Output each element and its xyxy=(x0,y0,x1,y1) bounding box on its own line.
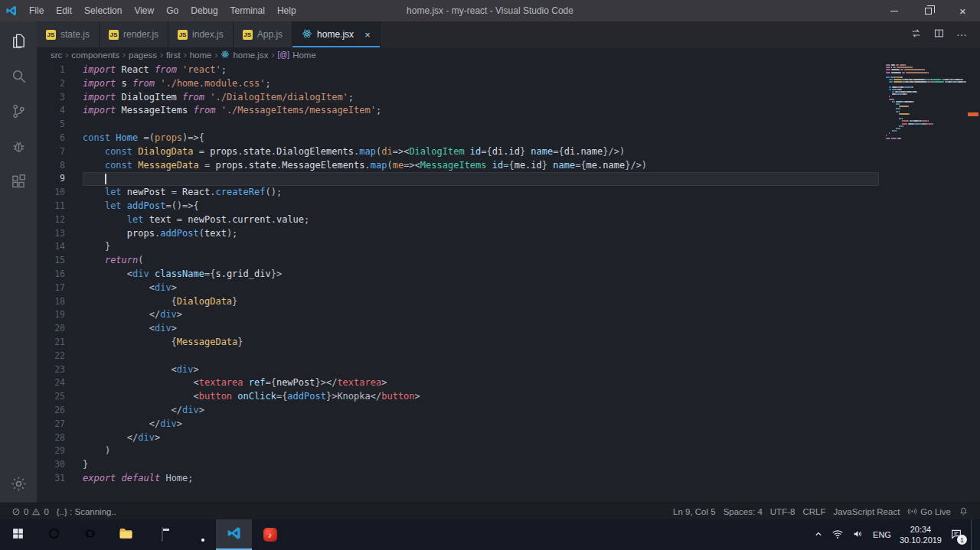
taskbar-file-explorer-button[interactable] xyxy=(108,519,144,550)
code-line[interactable]: 1import React from 'react'; xyxy=(37,63,879,77)
problems-indicator[interactable]: 0 0 xyxy=(8,503,53,520)
code-line[interactable]: 13 props.addPost(text); xyxy=(37,227,879,241)
line-number[interactable]: 31 xyxy=(37,472,65,486)
line-number[interactable]: 7 xyxy=(37,145,65,159)
activitybar-explorer-button[interactable] xyxy=(0,24,37,60)
status-cursor-position[interactable]: Ln 9, Col 5 xyxy=(669,503,720,520)
line-number[interactable]: 13 xyxy=(37,227,65,241)
status-notifications[interactable] xyxy=(955,503,972,520)
split-editor-button[interactable] xyxy=(928,24,949,44)
line-number[interactable]: 2 xyxy=(37,77,65,91)
breadcrumb-item-components[interactable]: components xyxy=(70,50,121,60)
taskbar-media-app-button[interactable]: ♪ xyxy=(252,519,288,550)
code-line[interactable]: 17 <div> xyxy=(37,282,879,295)
menu-terminal[interactable]: Terminal xyxy=(224,0,271,21)
tab-close-icon[interactable]: × xyxy=(364,29,371,41)
menu-file[interactable]: File xyxy=(23,0,50,21)
minimize-button[interactable] xyxy=(877,0,911,21)
line-number[interactable]: 24 xyxy=(37,376,65,390)
activitybar-run-debug-button[interactable] xyxy=(0,130,37,165)
line-number[interactable]: 26 xyxy=(37,404,65,418)
tab-home.jsx[interactable]: home.jsx× xyxy=(292,21,381,47)
menu-help[interactable]: Help xyxy=(271,0,302,21)
breadcrumb-item-home[interactable]: home xyxy=(188,50,214,60)
taskbar-chrome-button[interactable] xyxy=(180,519,216,550)
status-eol[interactable]: CRLF xyxy=(799,503,829,520)
code-line[interactable]: 15 return( xyxy=(37,254,879,268)
taskbar-start-button[interactable] xyxy=(0,519,36,550)
show-desktop-button[interactable] xyxy=(971,519,975,550)
tab-render.js[interactable]: JSrender.js xyxy=(100,21,168,47)
code-line[interactable]: 10 let newPost = React.createRef(); xyxy=(37,186,879,200)
breadcrumb-item-pagess[interactable]: pagess xyxy=(127,50,158,60)
action-center-button[interactable]: 1 xyxy=(950,528,962,542)
minimap[interactable] xyxy=(886,64,967,140)
open-changes-button[interactable] xyxy=(905,24,926,44)
line-number[interactable]: 29 xyxy=(37,444,65,458)
line-number[interactable]: 19 xyxy=(37,308,65,322)
line-number[interactable]: 3 xyxy=(37,91,65,105)
line-number[interactable]: 6 xyxy=(37,132,65,145)
line-number[interactable]: 15 xyxy=(37,254,65,268)
code-line[interactable]: 6const Home =(props)=>{ xyxy=(37,132,879,145)
restore-button[interactable] xyxy=(911,0,946,21)
code-line[interactable]: 9 xyxy=(37,172,879,186)
line-number[interactable]: 21 xyxy=(37,336,65,350)
code-line[interactable]: 8 const MessageData = props.state.Messag… xyxy=(37,159,879,173)
code-line[interactable]: 2import s from './home.module.css'; xyxy=(37,77,879,91)
code-line[interactable]: 20 <div> xyxy=(37,322,879,336)
network-icon[interactable] xyxy=(831,528,844,542)
breadcrumb-item-first[interactable]: first xyxy=(165,50,182,60)
code-line[interactable]: 12 let text = newPost.current.value; xyxy=(37,213,879,227)
menu-view[interactable]: View xyxy=(128,0,160,21)
keyboard-language[interactable]: ENG xyxy=(873,530,891,539)
activitybar-extensions-button[interactable] xyxy=(0,165,37,200)
code-line[interactable]: 25 <button onClick={addPost}>Knopka</but… xyxy=(37,390,879,404)
line-number[interactable]: 28 xyxy=(37,431,65,445)
line-number[interactable]: 16 xyxy=(37,268,65,282)
line-number[interactable]: 8 xyxy=(37,159,65,173)
status-language-mode[interactable]: JavaScript React xyxy=(829,503,903,520)
code-line[interactable]: 22 xyxy=(37,350,879,363)
code-line[interactable]: 26 </div> xyxy=(37,404,879,418)
activitybar-settings-button[interactable] xyxy=(0,467,37,503)
line-number[interactable]: 30 xyxy=(37,458,65,472)
code-editor[interactable]: 1import React from 'react';2import s fro… xyxy=(37,62,980,503)
breadcrumb-item-src[interactable]: src xyxy=(49,50,64,60)
taskbar-task-view-button[interactable] xyxy=(72,519,108,550)
code-line[interactable]: 21 {MessageData} xyxy=(37,336,879,350)
line-number[interactable]: 22 xyxy=(37,350,65,363)
tab-index.js[interactable]: JSindex.js xyxy=(168,21,234,47)
activitybar-source-control-button[interactable] xyxy=(0,95,37,130)
code-line[interactable]: 14 } xyxy=(37,240,879,254)
line-number[interactable]: 4 xyxy=(37,104,65,118)
scanning-status[interactable]: {..} : Scanning.. xyxy=(53,503,120,520)
code-line[interactable]: 30} xyxy=(37,458,879,472)
tray-chevron-up-icon[interactable] xyxy=(814,529,823,540)
code-line[interactable]: 7 const DialogData = props.state.DialogE… xyxy=(37,145,879,159)
line-number[interactable]: 12 xyxy=(37,213,65,227)
menu-selection[interactable]: Selection xyxy=(78,0,128,21)
breadcrumb-item-Home[interactable]: [@]Home xyxy=(276,50,317,60)
line-number[interactable]: 17 xyxy=(37,282,65,295)
status-go-live[interactable]: Go Live xyxy=(903,503,955,520)
taskbar-clock[interactable]: 20:34 30.10.2019 xyxy=(900,524,942,546)
code-line[interactable]: 4import MessageItems from './MessageItem… xyxy=(37,104,879,118)
tab-state.js[interactable]: JSstate.js xyxy=(37,21,100,47)
line-number[interactable]: 11 xyxy=(37,200,65,213)
code-line[interactable]: 3import DialogItem from './DialogItem/di… xyxy=(37,91,879,105)
taskbar-search-button[interactable] xyxy=(36,519,72,550)
menu-go[interactable]: Go xyxy=(160,0,185,21)
code-line[interactable]: 24 <textarea ref={newPost}></textarea> xyxy=(37,376,879,390)
more-actions-button[interactable]: ··· xyxy=(951,24,972,44)
line-number[interactable]: 23 xyxy=(37,363,65,377)
menu-debug[interactable]: Debug xyxy=(185,0,224,21)
code-line[interactable]: 31export default Home; xyxy=(37,472,879,486)
code-line[interactable]: 23 <div> xyxy=(37,363,879,377)
line-number[interactable]: 1 xyxy=(37,63,65,77)
code-line[interactable]: 11 let addPost=()=>{ xyxy=(37,200,879,213)
line-number[interactable]: 10 xyxy=(37,186,65,200)
breadcrumb-item-home.jsx[interactable]: home.jsx xyxy=(219,50,270,60)
line-number[interactable]: 20 xyxy=(37,322,65,336)
tab-App.js[interactable]: JSApp.js xyxy=(234,21,292,47)
